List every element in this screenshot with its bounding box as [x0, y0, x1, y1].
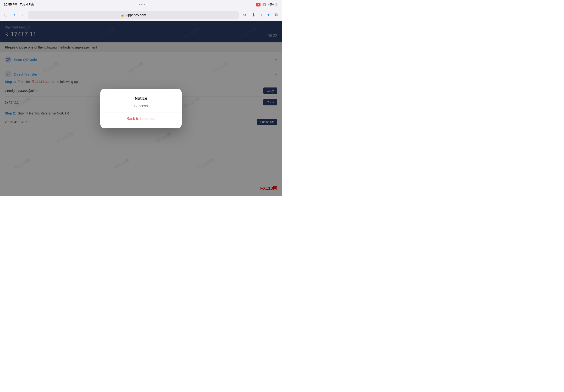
url-bar[interactable]: 🔒 vippepay.com: [28, 11, 239, 19]
modal-dialog: Notice Success Back to business: [100, 89, 182, 128]
battery-percent: 40%: [268, 3, 274, 6]
status-date: Tue 4 Feb: [20, 3, 34, 6]
status-time: 10:55 PM: [4, 3, 17, 6]
download-button[interactable]: ⬇: [250, 12, 257, 19]
record-indicator: ●: [256, 3, 261, 6]
browser-actions: ⬇ ↑ + ⧉: [250, 12, 279, 19]
forward-button[interactable]: ›: [20, 12, 25, 18]
dot-3: [144, 4, 145, 5]
reload-button[interactable]: ↺: [242, 12, 248, 18]
add-tab-button[interactable]: +: [266, 12, 271, 18]
lock-icon: 🔒: [121, 13, 124, 17]
sidebar-toggle-button[interactable]: ⊞: [3, 12, 9, 18]
modal-title: Notice: [110, 96, 172, 101]
back-to-business-button[interactable]: Back to business: [110, 113, 172, 121]
wifi-icon: 📶: [262, 3, 266, 6]
status-right: ● 📶 40% 🔋: [249, 3, 278, 6]
dot-1: [139, 4, 140, 5]
dot-2: [141, 4, 142, 5]
modal-message: Success: [110, 104, 172, 108]
modal-overlay: Notice Success Back to business: [0, 21, 282, 196]
status-bar: 10:55 PM Tue 4 Feb ● 📶 40% 🔋: [0, 0, 282, 9]
back-button[interactable]: ‹: [12, 12, 17, 18]
url-text: vippepay.com: [126, 13, 146, 17]
page-content: Payment Amount ₹ 17417.11 06:32 Please c…: [0, 21, 282, 196]
tabs-button[interactable]: ⧉: [273, 12, 279, 18]
status-time-date: 10:55 PM Tue 4 Feb: [4, 3, 34, 6]
browser-chrome: ⊞ ‹ › 🔒 vippepay.com ↺ ⬇ ↑ + ⧉: [0, 9, 282, 21]
share-button[interactable]: ↑: [259, 12, 264, 18]
battery-indicator: 40% 🔋: [268, 3, 278, 6]
status-center-dots: [139, 4, 145, 5]
